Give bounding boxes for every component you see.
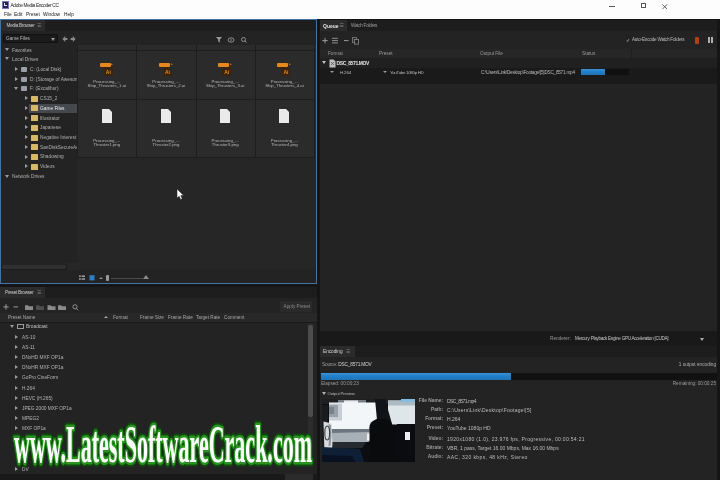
svg-text:www.LatestSoftwareCrack.com: www.LatestSoftwareCrack.com: [14, 418, 312, 473]
